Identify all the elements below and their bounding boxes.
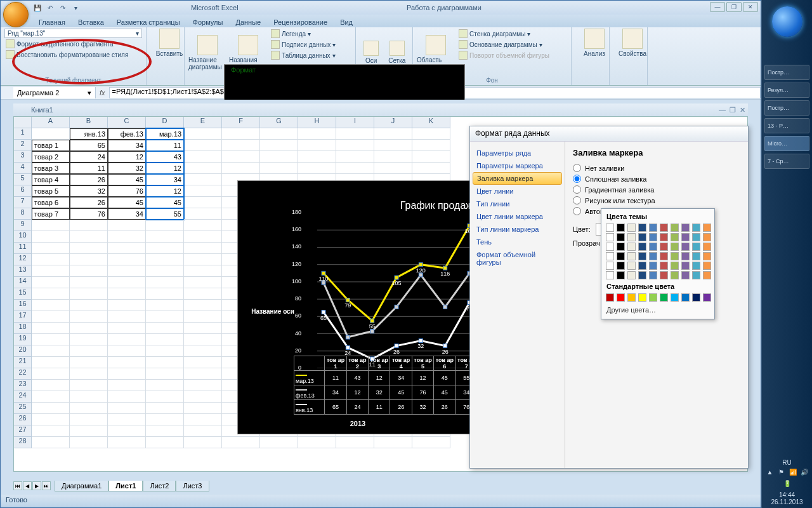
row-header[interactable]: 6 [14,185,32,197]
color-swatch[interactable] [692,271,700,279]
color-swatch[interactable] [638,293,646,302]
col-header[interactable]: D [146,117,184,128]
color-swatch[interactable] [638,262,646,270]
color-swatch[interactable] [649,293,657,302]
cell[interactable] [336,437,374,448]
office-button[interactable] [3,2,29,27]
cell[interactable] [108,391,146,403]
cell[interactable] [146,334,184,345]
cell[interactable] [184,151,222,163]
color-swatch[interactable] [660,233,668,241]
color-swatch[interactable] [627,224,636,232]
cell[interactable]: 45 [108,197,146,208]
color-swatch[interactable] [627,293,636,302]
cell[interactable]: товар 3 [32,163,70,174]
cell[interactable] [70,391,108,403]
cell[interactable] [184,311,222,323]
cell[interactable] [70,254,108,265]
tab-formulas[interactable]: Формулы [187,17,230,27]
cell[interactable] [184,357,222,368]
cell[interactable]: 43 [146,151,184,163]
wb-restore-icon[interactable]: ❐ [730,106,736,114]
cell[interactable] [146,243,184,254]
tray-volume-icon[interactable]: 🔊 [800,469,809,478]
color-swatch[interactable] [627,243,636,251]
cell[interactable] [146,368,184,380]
cell[interactable] [412,163,450,174]
cell[interactable] [32,437,70,448]
cell[interactable]: 11 [146,140,184,151]
cell[interactable] [32,254,70,265]
row-header[interactable]: 14 [14,277,32,288]
legend-button[interactable]: Легенда ▾ [270,29,337,39]
row-header[interactable]: 11 [14,243,32,254]
cell[interactable] [146,277,184,288]
color-swatch[interactable] [660,293,668,302]
cell[interactable] [32,425,70,437]
color-swatch[interactable] [638,252,646,260]
cell[interactable] [374,151,412,163]
select-all-corner[interactable] [14,117,32,128]
color-swatch[interactable] [649,262,657,270]
cell[interactable] [70,380,108,391]
row-header[interactable]: 26 [14,414,32,425]
cell[interactable]: 26 [70,174,108,185]
radio-picture[interactable] [573,196,581,204]
color-swatch[interactable] [617,293,625,302]
cell[interactable] [108,345,146,357]
color-swatch[interactable] [681,262,690,270]
cell[interactable] [146,300,184,311]
sheet-tab-2[interactable]: Лист2 [143,481,176,491]
cell[interactable] [184,288,222,300]
color-swatch[interactable] [703,224,711,232]
color-swatch[interactable] [703,293,711,302]
col-header[interactable]: G [260,117,298,128]
tab-page-layout[interactable]: Разметка страницы [110,17,187,27]
col-header[interactable]: K [412,117,450,128]
cell[interactable] [374,128,412,140]
row-header[interactable]: 5 [14,174,32,185]
color-swatch[interactable] [627,262,636,270]
color-swatch[interactable] [649,243,657,251]
tab-insert[interactable]: Вставка [72,17,110,27]
tray-flag-icon[interactable]: ⚑ [777,469,786,478]
color-swatch[interactable] [617,252,625,260]
radio-no-fill[interactable] [573,164,581,172]
cell[interactable] [108,357,146,368]
color-swatch[interactable] [671,252,679,260]
cell[interactable] [146,254,184,265]
cell[interactable] [70,288,108,300]
cell[interactable] [146,231,184,243]
cell[interactable]: 32 [70,185,108,197]
cell[interactable] [184,323,222,334]
sheet-tab-1[interactable]: Лист1 [108,481,143,491]
color-swatch[interactable] [606,224,614,232]
color-swatch[interactable] [660,252,668,260]
color-swatch[interactable] [703,243,711,251]
cell[interactable] [184,368,222,380]
cell[interactable]: 12 [146,185,184,197]
row-header[interactable]: 13 [14,265,32,277]
cell[interactable]: товар 6 [32,197,70,208]
cell[interactable] [70,220,108,231]
cell[interactable] [70,334,108,345]
wb-minimize-icon[interactable]: — [719,106,726,114]
cell[interactable] [184,185,222,197]
col-header[interactable]: A [32,117,70,128]
cell[interactable] [32,368,70,380]
tray-show-hidden-icon[interactable]: ▲ [766,469,775,478]
color-swatch[interactable] [638,224,646,232]
qat-dropdown-icon[interactable]: ▾ [70,3,81,13]
cell[interactable] [412,437,450,448]
nav-series-options[interactable]: Параметры ряда [470,147,565,159]
color-swatch[interactable] [606,243,614,251]
cell[interactable] [32,334,70,345]
tab-nav-last[interactable]: ⏭ [42,481,51,490]
cell[interactable] [184,300,222,311]
cell[interactable]: 11 [70,163,108,174]
cell[interactable]: янв.13 [70,128,108,140]
color-swatch[interactable] [692,262,700,270]
color-swatch[interactable] [660,262,668,270]
data-table-button[interactable]: Таблица данных ▾ [270,50,337,60]
col-header[interactable]: H [298,117,336,128]
